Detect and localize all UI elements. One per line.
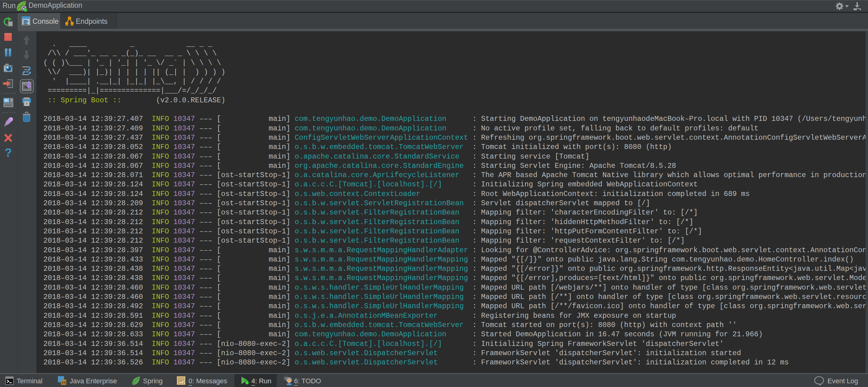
svg-text:EE: EE	[62, 381, 66, 384]
